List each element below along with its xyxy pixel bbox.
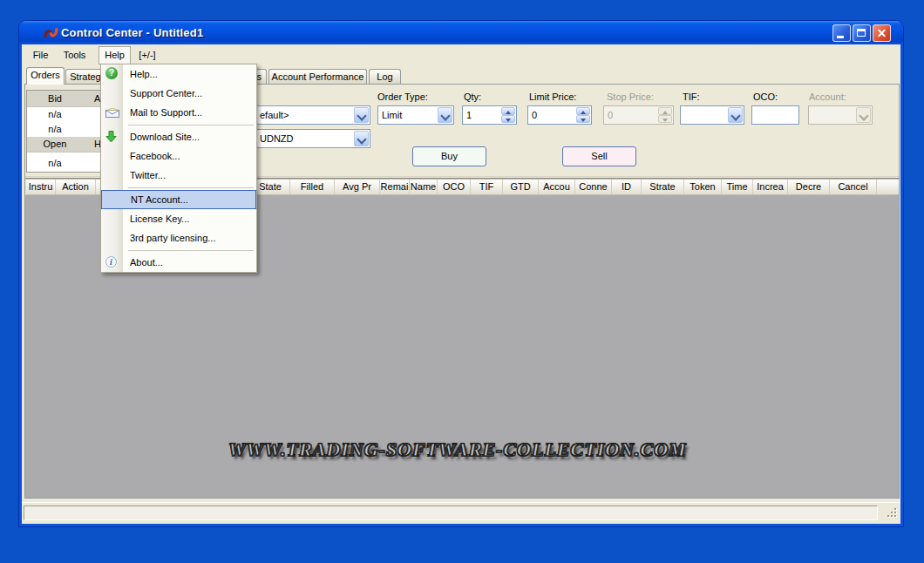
limit-price-value: 0 bbox=[532, 110, 537, 120]
preset-combo[interactable]: efault> bbox=[244, 105, 370, 125]
open-value: n/a bbox=[27, 153, 83, 173]
stop-price-value: 0 bbox=[608, 110, 613, 120]
minimize-icon bbox=[837, 36, 844, 38]
menu-file[interactable]: File bbox=[28, 47, 53, 63]
menu-item-3rd-party-licensing[interactable]: 3rd party licensing... bbox=[101, 228, 256, 248]
spinner-down-icon bbox=[658, 115, 672, 123]
sell-button[interactable]: Sell bbox=[562, 146, 636, 166]
maximize-button[interactable] bbox=[853, 24, 871, 42]
qty-stepper[interactable]: 1 bbox=[462, 105, 517, 125]
preset-value: efault> bbox=[260, 110, 289, 120]
qty-value: 1 bbox=[466, 110, 472, 120]
help-icon: ? bbox=[105, 67, 118, 79]
tab-log[interactable]: Log bbox=[369, 69, 401, 84]
dropdown-arrow-icon[interactable] bbox=[438, 107, 452, 123]
column-header[interactable]: OCO bbox=[438, 180, 471, 194]
column-header[interactable]: Strate bbox=[642, 180, 684, 194]
instrument-value: UDNZD bbox=[260, 133, 294, 144]
minimize-button[interactable] bbox=[832, 24, 851, 42]
spinner-down-icon[interactable] bbox=[576, 115, 590, 123]
stop-price-label: Stop Price: bbox=[607, 92, 654, 103]
menu-item-about[interactable]: i About... bbox=[101, 253, 256, 272]
tif-label: TIF: bbox=[683, 92, 700, 103]
column-header[interactable]: Cancel bbox=[830, 180, 877, 194]
dropdown-arrow-icon[interactable] bbox=[354, 131, 369, 146]
column-header[interactable]: Action bbox=[56, 180, 96, 194]
column-header[interactable]: Accou bbox=[539, 180, 575, 194]
spinner-up-icon bbox=[658, 107, 672, 115]
column-header[interactable]: Time bbox=[722, 180, 753, 194]
menu-item-license-key[interactable]: License Key... bbox=[101, 209, 256, 228]
tif-combo[interactable] bbox=[680, 105, 744, 125]
menu-tools[interactable]: Tools bbox=[58, 47, 91, 63]
ninjatrader-logo-icon bbox=[44, 25, 58, 40]
column-header[interactable]: Remai bbox=[380, 180, 410, 194]
column-header[interactable]: Avg Pr bbox=[335, 180, 380, 194]
resize-grip[interactable] bbox=[887, 507, 898, 519]
dropdown-arrow-icon bbox=[856, 107, 871, 123]
column-header[interactable]: Increa bbox=[753, 180, 788, 194]
column-header[interactable]: TIF bbox=[471, 180, 503, 194]
menu-item-label: Download Site... bbox=[130, 132, 200, 142]
account-label: Account: bbox=[809, 92, 846, 103]
order-type-label: Order Type: bbox=[377, 92, 428, 103]
bid-value: n/a bbox=[27, 122, 83, 137]
spinner-down-icon[interactable] bbox=[501, 115, 515, 123]
column-header[interactable]: GTD bbox=[503, 180, 539, 194]
mail-icon bbox=[105, 108, 119, 118]
menu-item-facebook[interactable]: Facebook... bbox=[101, 146, 256, 166]
help-menu-popup: ? Help... Support Center... Mail to Supp… bbox=[100, 64, 257, 273]
menu-item-label: Facebook... bbox=[130, 151, 180, 161]
tab-orders[interactable]: Orders bbox=[26, 67, 65, 85]
column-header[interactable]: Instru bbox=[26, 180, 56, 194]
instrument-combo[interactable]: UDNZD bbox=[244, 129, 370, 148]
tab-account-performance[interactable]: Account Performance bbox=[268, 69, 367, 84]
open-header: Open bbox=[27, 137, 83, 152]
menu-item-download-site[interactable]: Download Site... bbox=[101, 127, 256, 146]
info-icon: i bbox=[105, 256, 117, 268]
menu-help[interactable]: Help bbox=[99, 46, 131, 64]
menu-plus-minus[interactable]: [+/-] bbox=[132, 47, 163, 63]
desktop: Control Center - Untitled1 File Tools He… bbox=[0, 0, 924, 563]
status-message-field bbox=[24, 505, 878, 520]
menu-item-label: Twitter... bbox=[130, 170, 166, 180]
limit-price-label: Limit Price: bbox=[529, 92, 576, 103]
menu-item-help[interactable]: ? Help... bbox=[101, 64, 256, 84]
menu-item-mail-to-support[interactable]: Mail to Support... bbox=[101, 103, 256, 122]
column-header[interactable]: Conne bbox=[575, 180, 612, 194]
column-header[interactable]: Name bbox=[410, 180, 438, 194]
menu-item-support-center[interactable]: Support Center... bbox=[101, 84, 256, 103]
spinner-up-icon[interactable] bbox=[501, 107, 515, 115]
qty-label: Qty: bbox=[464, 92, 481, 103]
limit-price-stepper[interactable]: 0 bbox=[527, 105, 592, 125]
stop-price-stepper: 0 bbox=[603, 105, 674, 125]
column-header[interactable]: ID bbox=[612, 180, 642, 194]
status-bar bbox=[22, 502, 900, 522]
buy-button[interactable]: Buy bbox=[412, 146, 486, 166]
menu-item-label: 3rd party licensing... bbox=[130, 233, 215, 243]
dropdown-arrow-icon[interactable] bbox=[728, 107, 743, 123]
column-header[interactable]: Decre bbox=[788, 180, 830, 194]
column-header[interactable]: Filled bbox=[290, 180, 335, 194]
menu-item-label: Help... bbox=[130, 69, 158, 79]
titlebar[interactable]: Control Center - Untitled1 bbox=[19, 21, 903, 44]
oco-label: OCO: bbox=[753, 92, 778, 103]
menu-item-label: License Key... bbox=[130, 214, 189, 224]
download-icon bbox=[105, 131, 117, 143]
oco-field[interactable] bbox=[751, 105, 799, 125]
column-header[interactable]: Token bbox=[684, 180, 722, 194]
watermark-text: WWW.TRADING-SOFTWARE-COLLECTION.COM bbox=[228, 438, 687, 461]
window-title: Control Center - Untitled1 bbox=[61, 26, 203, 39]
bid-value: n/a bbox=[27, 107, 83, 122]
dropdown-arrow-icon[interactable] bbox=[354, 107, 369, 123]
menu-item-nt-account[interactable]: NT Account... bbox=[101, 190, 256, 209]
spinner-up-icon[interactable] bbox=[576, 107, 590, 115]
order-type-value: Limit bbox=[382, 110, 402, 120]
close-button[interactable] bbox=[873, 24, 891, 42]
menu-item-label: NT Account... bbox=[131, 194, 188, 205]
account-combo bbox=[808, 105, 873, 125]
menu-item-twitter[interactable]: Twitter... bbox=[101, 166, 256, 185]
menu-item-label: About... bbox=[130, 257, 163, 268]
maximize-icon bbox=[857, 29, 866, 37]
order-type-combo[interactable]: Limit bbox=[377, 105, 454, 125]
